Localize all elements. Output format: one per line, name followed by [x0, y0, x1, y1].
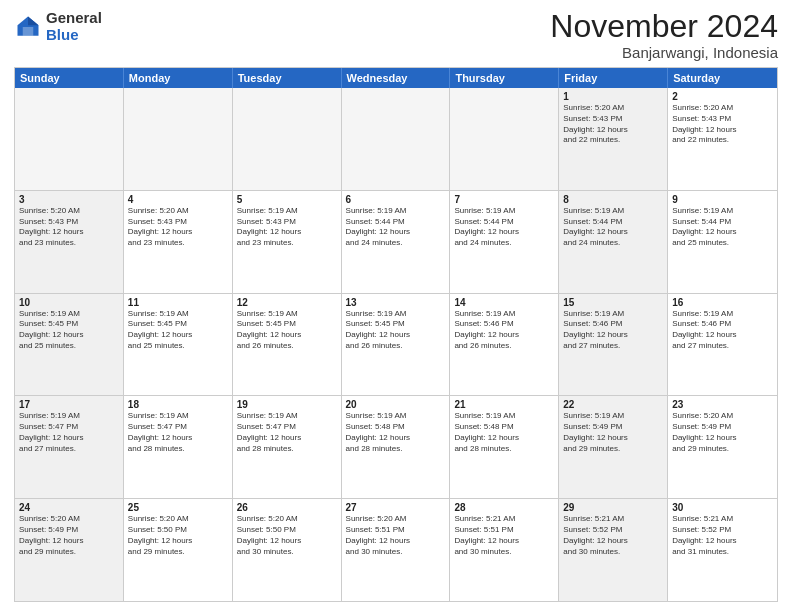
day-info: Sunrise: 5:20 AM Sunset: 5:43 PM Dayligh… [128, 206, 228, 249]
day-number: 5 [237, 194, 337, 205]
day-info: Sunrise: 5:19 AM Sunset: 5:46 PM Dayligh… [454, 309, 554, 352]
day-info: Sunrise: 5:19 AM Sunset: 5:45 PM Dayligh… [346, 309, 446, 352]
day-cell-11: 11Sunrise: 5:19 AM Sunset: 5:45 PM Dayli… [124, 294, 233, 396]
calendar-row-3: 17Sunrise: 5:19 AM Sunset: 5:47 PM Dayli… [15, 396, 777, 499]
day-number: 3 [19, 194, 119, 205]
day-cell-16: 16Sunrise: 5:19 AM Sunset: 5:46 PM Dayli… [668, 294, 777, 396]
day-cell-8: 8Sunrise: 5:19 AM Sunset: 5:44 PM Daylig… [559, 191, 668, 293]
day-number: 17 [19, 399, 119, 410]
day-info: Sunrise: 5:20 AM Sunset: 5:51 PM Dayligh… [346, 514, 446, 557]
page: General Blue November 2024 Banjarwangi, … [0, 0, 792, 612]
day-info: Sunrise: 5:19 AM Sunset: 5:48 PM Dayligh… [454, 411, 554, 454]
header-day-friday: Friday [559, 68, 668, 88]
day-cell-21: 21Sunrise: 5:19 AM Sunset: 5:48 PM Dayli… [450, 396, 559, 498]
day-cell-9: 9Sunrise: 5:19 AM Sunset: 5:44 PM Daylig… [668, 191, 777, 293]
empty-cell-0-1 [124, 88, 233, 190]
day-number: 10 [19, 297, 119, 308]
day-cell-13: 13Sunrise: 5:19 AM Sunset: 5:45 PM Dayli… [342, 294, 451, 396]
day-number: 7 [454, 194, 554, 205]
day-number: 27 [346, 502, 446, 513]
day-info: Sunrise: 5:20 AM Sunset: 5:43 PM Dayligh… [672, 103, 773, 146]
day-info: Sunrise: 5:19 AM Sunset: 5:45 PM Dayligh… [237, 309, 337, 352]
day-number: 8 [563, 194, 663, 205]
day-number: 18 [128, 399, 228, 410]
day-cell-27: 27Sunrise: 5:20 AM Sunset: 5:51 PM Dayli… [342, 499, 451, 601]
logo-general-label: General [46, 10, 102, 27]
day-info: Sunrise: 5:19 AM Sunset: 5:44 PM Dayligh… [563, 206, 663, 249]
day-info: Sunrise: 5:19 AM Sunset: 5:43 PM Dayligh… [237, 206, 337, 249]
day-info: Sunrise: 5:21 AM Sunset: 5:52 PM Dayligh… [563, 514, 663, 557]
day-number: 24 [19, 502, 119, 513]
day-info: Sunrise: 5:20 AM Sunset: 5:50 PM Dayligh… [128, 514, 228, 557]
day-info: Sunrise: 5:19 AM Sunset: 5:49 PM Dayligh… [563, 411, 663, 454]
day-info: Sunrise: 5:19 AM Sunset: 5:45 PM Dayligh… [128, 309, 228, 352]
day-cell-18: 18Sunrise: 5:19 AM Sunset: 5:47 PM Dayli… [124, 396, 233, 498]
calendar-row-1: 3Sunrise: 5:20 AM Sunset: 5:43 PM Daylig… [15, 191, 777, 294]
day-info: Sunrise: 5:20 AM Sunset: 5:49 PM Dayligh… [672, 411, 773, 454]
header-day-thursday: Thursday [450, 68, 559, 88]
day-info: Sunrise: 5:19 AM Sunset: 5:46 PM Dayligh… [563, 309, 663, 352]
day-info: Sunrise: 5:19 AM Sunset: 5:45 PM Dayligh… [19, 309, 119, 352]
day-number: 9 [672, 194, 773, 205]
day-info: Sunrise: 5:20 AM Sunset: 5:50 PM Dayligh… [237, 514, 337, 557]
day-cell-22: 22Sunrise: 5:19 AM Sunset: 5:49 PM Dayli… [559, 396, 668, 498]
svg-marker-1 [28, 16, 39, 25]
calendar-row-0: 1Sunrise: 5:20 AM Sunset: 5:43 PM Daylig… [15, 88, 777, 191]
empty-cell-0-4 [450, 88, 559, 190]
logo-blue-label: Blue [46, 27, 102, 44]
day-number: 19 [237, 399, 337, 410]
month-title: November 2024 [550, 10, 778, 42]
header-day-sunday: Sunday [15, 68, 124, 88]
day-cell-17: 17Sunrise: 5:19 AM Sunset: 5:47 PM Dayli… [15, 396, 124, 498]
day-cell-4: 4Sunrise: 5:20 AM Sunset: 5:43 PM Daylig… [124, 191, 233, 293]
day-info: Sunrise: 5:19 AM Sunset: 5:44 PM Dayligh… [454, 206, 554, 249]
header: General Blue November 2024 Banjarwangi, … [14, 10, 778, 61]
logo: General Blue [14, 10, 102, 43]
header-day-monday: Monday [124, 68, 233, 88]
day-number: 23 [672, 399, 773, 410]
calendar: SundayMondayTuesdayWednesdayThursdayFrid… [14, 67, 778, 602]
day-info: Sunrise: 5:19 AM Sunset: 5:44 PM Dayligh… [346, 206, 446, 249]
day-info: Sunrise: 5:19 AM Sunset: 5:47 PM Dayligh… [128, 411, 228, 454]
day-cell-2: 2Sunrise: 5:20 AM Sunset: 5:43 PM Daylig… [668, 88, 777, 190]
day-cell-26: 26Sunrise: 5:20 AM Sunset: 5:50 PM Dayli… [233, 499, 342, 601]
day-number: 4 [128, 194, 228, 205]
day-cell-14: 14Sunrise: 5:19 AM Sunset: 5:46 PM Dayli… [450, 294, 559, 396]
day-number: 11 [128, 297, 228, 308]
day-number: 22 [563, 399, 663, 410]
day-info: Sunrise: 5:20 AM Sunset: 5:43 PM Dayligh… [19, 206, 119, 249]
day-number: 14 [454, 297, 554, 308]
day-cell-30: 30Sunrise: 5:21 AM Sunset: 5:52 PM Dayli… [668, 499, 777, 601]
calendar-row-4: 24Sunrise: 5:20 AM Sunset: 5:49 PM Dayli… [15, 499, 777, 601]
day-cell-6: 6Sunrise: 5:19 AM Sunset: 5:44 PM Daylig… [342, 191, 451, 293]
day-info: Sunrise: 5:19 AM Sunset: 5:47 PM Dayligh… [237, 411, 337, 454]
day-info: Sunrise: 5:19 AM Sunset: 5:44 PM Dayligh… [672, 206, 773, 249]
day-number: 6 [346, 194, 446, 205]
svg-rect-2 [23, 27, 34, 36]
header-day-tuesday: Tuesday [233, 68, 342, 88]
day-info: Sunrise: 5:19 AM Sunset: 5:46 PM Dayligh… [672, 309, 773, 352]
day-cell-25: 25Sunrise: 5:20 AM Sunset: 5:50 PM Dayli… [124, 499, 233, 601]
day-number: 20 [346, 399, 446, 410]
day-number: 29 [563, 502, 663, 513]
day-number: 21 [454, 399, 554, 410]
day-cell-19: 19Sunrise: 5:19 AM Sunset: 5:47 PM Dayli… [233, 396, 342, 498]
day-number: 26 [237, 502, 337, 513]
header-day-wednesday: Wednesday [342, 68, 451, 88]
day-cell-20: 20Sunrise: 5:19 AM Sunset: 5:48 PM Dayli… [342, 396, 451, 498]
day-number: 15 [563, 297, 663, 308]
day-cell-29: 29Sunrise: 5:21 AM Sunset: 5:52 PM Dayli… [559, 499, 668, 601]
header-day-saturday: Saturday [668, 68, 777, 88]
day-cell-7: 7Sunrise: 5:19 AM Sunset: 5:44 PM Daylig… [450, 191, 559, 293]
empty-cell-0-2 [233, 88, 342, 190]
day-number: 30 [672, 502, 773, 513]
day-cell-15: 15Sunrise: 5:19 AM Sunset: 5:46 PM Dayli… [559, 294, 668, 396]
empty-cell-0-3 [342, 88, 451, 190]
day-cell-23: 23Sunrise: 5:20 AM Sunset: 5:49 PM Dayli… [668, 396, 777, 498]
day-number: 25 [128, 502, 228, 513]
day-cell-12: 12Sunrise: 5:19 AM Sunset: 5:45 PM Dayli… [233, 294, 342, 396]
calendar-row-2: 10Sunrise: 5:19 AM Sunset: 5:45 PM Dayli… [15, 294, 777, 397]
day-cell-10: 10Sunrise: 5:19 AM Sunset: 5:45 PM Dayli… [15, 294, 124, 396]
calendar-body: 1Sunrise: 5:20 AM Sunset: 5:43 PM Daylig… [15, 88, 777, 601]
day-number: 1 [563, 91, 663, 102]
